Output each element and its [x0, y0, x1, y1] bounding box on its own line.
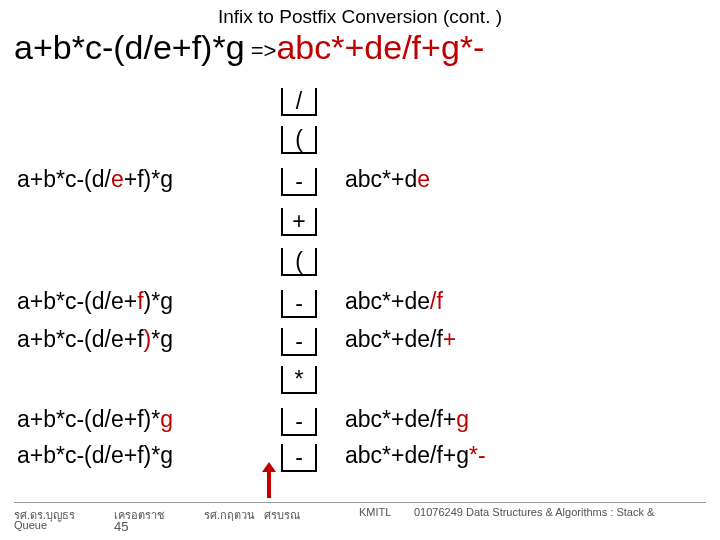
slide-title: Infix to Postfix Conversion (cont. ): [0, 6, 720, 28]
queue-hl: g: [456, 406, 469, 432]
queue-hl: e: [417, 166, 430, 192]
footer-course2: Queue: [14, 519, 47, 531]
infix-cell: a+b*c-(d/e+f)*g: [17, 408, 277, 431]
infix-post: *g: [151, 326, 173, 352]
infix-cell: a+b*c-(d/e+f)*g: [17, 168, 277, 191]
infix-hl: g: [160, 406, 173, 432]
stack-cell: -: [281, 408, 317, 436]
queue-hl: +: [443, 326, 456, 352]
queue-hl: *-: [469, 442, 486, 468]
queue-pre: abc*+de: [345, 288, 430, 314]
queue-cell: abc*+de: [345, 168, 665, 191]
queue-cell: abc*+de/f: [345, 290, 665, 313]
queue-pre: abc*+d: [345, 166, 417, 192]
footer-org: KMITL: [359, 506, 391, 518]
stack-cell: -: [281, 328, 317, 356]
stack-cell: (: [281, 126, 317, 154]
infix-cell: a+b*c-(d/e+f)*g: [17, 290, 277, 313]
infix-pre: a+b*c-(d/e+: [17, 288, 137, 314]
footer-course: 01076249 Data Structures & Algorithms : …: [414, 506, 654, 518]
queue-cell: abc*+de/f+: [345, 328, 665, 351]
queue-cell: abc*+de/f+g*-: [345, 444, 665, 467]
infix-cell: a+b*c-(d/e+f)*g: [17, 444, 277, 467]
up-arrow-icon: [262, 462, 276, 498]
infix-hl: e: [111, 166, 124, 192]
stack-cell: /: [281, 88, 317, 116]
queue-cell: abc*+de/f+g: [345, 408, 665, 431]
infix-pre: a+b*c-(d/e+f)*g: [17, 442, 173, 468]
stack-cell: -: [281, 290, 317, 318]
infix-cell: a+b*c-(d/e+f)*g: [17, 328, 277, 351]
infix-post: +f)*g: [124, 166, 173, 192]
infix-post: )*g: [144, 288, 173, 314]
stack-cell: -: [281, 168, 317, 196]
infix-pre: a+b*c-(d/e+f: [17, 326, 144, 352]
footer-author2: รศ.กฤตวน: [204, 506, 255, 524]
queue-pre: abc*+de/f: [345, 326, 443, 352]
queue-pre: abc*+de/f+g: [345, 442, 469, 468]
arrow-icon: =>: [245, 38, 277, 63]
stack-cell: (: [281, 248, 317, 276]
infix-pre: a+b*c-(d/e+f)*: [17, 406, 160, 432]
footer-divider: [14, 502, 706, 503]
queue-hl: /f: [430, 288, 443, 314]
stack-cell: *: [281, 366, 317, 394]
stack-cell: -: [281, 444, 317, 472]
queue-pre: abc*+de/f+: [345, 406, 456, 432]
stack-cell: +: [281, 208, 317, 236]
headline: a+b*c-(d/e+f)*g =>abc*+de/f+g*-: [14, 28, 714, 67]
headline-infix: a+b*c-(d/e+f)*g: [14, 28, 245, 66]
slide: Infix to Postfix Conversion (cont. ) a+b…: [0, 0, 720, 540]
headline-postfix: abc*+de/f+g*-: [276, 28, 484, 66]
page-number: 45: [114, 519, 128, 534]
infix-pre: a+b*c-(d/: [17, 166, 111, 192]
footer-author2b: ศรบรณ: [264, 506, 300, 524]
